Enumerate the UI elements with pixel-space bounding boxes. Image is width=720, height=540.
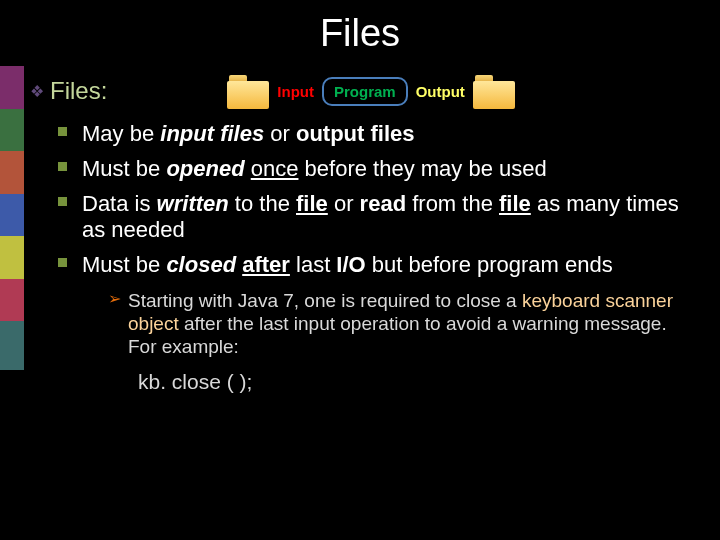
text: read <box>360 191 406 216</box>
output-label: Output <box>416 81 465 102</box>
text: from the <box>406 191 499 216</box>
text: or <box>264 121 296 146</box>
slide-body: Files ❖ Files: Input Program Output May … <box>0 0 720 394</box>
text: output files <box>296 121 415 146</box>
text: closed <box>166 252 236 277</box>
top-row: ❖ Files: Input Program Output <box>30 73 690 109</box>
bullet-item: Data is written to the file or read from… <box>58 191 690 245</box>
folder-icon <box>473 73 515 109</box>
diamond-bullet-icon: ❖ <box>30 82 44 101</box>
bullet-item: May be input files or output files <box>58 121 690 148</box>
bullet-item: Must be opened once before they may be u… <box>58 156 690 183</box>
text: Must be <box>82 156 166 181</box>
text: May be <box>82 121 160 146</box>
text: written <box>157 191 229 216</box>
slide-title: Files <box>30 12 690 55</box>
text: input files <box>160 121 264 146</box>
io-diagram: Input Program Output <box>227 73 515 109</box>
section-label: Files: <box>50 77 107 105</box>
bullet-list: May be input files or output files Must … <box>58 121 690 394</box>
text: file <box>296 191 328 216</box>
text: Must be <box>82 252 166 277</box>
text: opened <box>166 156 244 181</box>
text: but before program ends <box>366 252 613 277</box>
text: I/O <box>336 252 365 277</box>
input-label: Input <box>277 81 314 102</box>
text: or <box>328 191 360 216</box>
text: Data is <box>82 191 157 216</box>
text: to the <box>229 191 296 216</box>
sub-bullet-list: Starting with Java 7, one is required to… <box>108 289 690 359</box>
text: once <box>251 156 299 181</box>
bullet-item: Must be closed after last I/O but before… <box>58 252 690 394</box>
text: before they may be used <box>298 156 546 181</box>
text: last <box>290 252 336 277</box>
text: file <box>499 191 531 216</box>
text: after the last input operation to avoid … <box>128 313 667 357</box>
text: Starting with Java 7, one is required to… <box>128 290 522 311</box>
folder-icon <box>227 73 269 109</box>
code-example: kb. close ( ); <box>138 369 690 395</box>
text: after <box>242 252 290 277</box>
program-label: Program <box>322 77 408 106</box>
sub-bullet-item: Starting with Java 7, one is required to… <box>108 289 690 359</box>
